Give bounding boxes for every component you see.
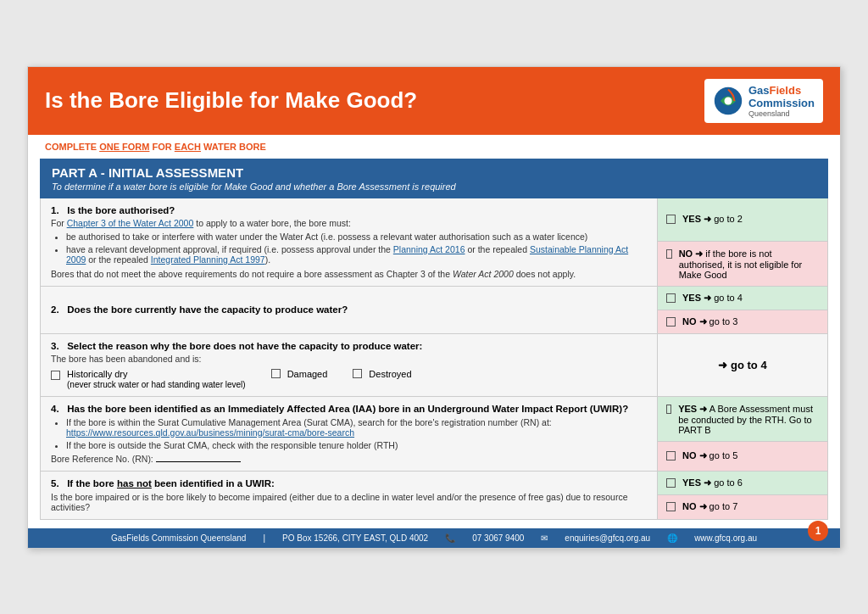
q4-bullet-1: If the bore is within the Surat Cumulati…	[66, 417, 647, 438]
q1-bullet-1: be authorised to take or interfere with …	[66, 232, 647, 242]
q5-no-checkbox[interactable]	[666, 502, 676, 511]
q2-yes-checkbox[interactable]	[666, 293, 676, 303]
bore-ref-blank[interactable]	[156, 461, 241, 462]
q1-link[interactable]: Chapter 3 of the Water Act 2000	[67, 218, 194, 228]
question-5-right: YES ➜ go to 6 NO ➜ go to 7	[658, 472, 827, 519]
q5-text: 5. If the bore has not been identified i…	[51, 478, 647, 488]
footer-email: enquiries@gfcq.org.au	[565, 533, 650, 543]
question-2-right: YES ➜ go to 4 NO ➜ go to 3	[658, 287, 827, 333]
q1-yes-box: YES ➜ go to 2	[658, 198, 827, 242]
question-1-right: YES ➜ go to 2 NO ➜ if the bore is not au…	[658, 198, 827, 286]
q4-list: If the bore is within the Surat Cumulati…	[51, 417, 647, 450]
question-1-left: 1. Is the bore authorised? For Chapter 3…	[41, 198, 658, 286]
subheader: COMPLETE ONE FORM FOR EACH WATER BORE	[28, 135, 840, 159]
q1-no-checkbox[interactable]	[666, 249, 672, 259]
question-2-left: 2. Does the bore currently have the capa…	[41, 287, 658, 333]
q4-bore-ref: Bore Reference No. (RN):	[51, 454, 647, 464]
gasfields-logo-icon	[713, 86, 743, 116]
page-title: Is the Bore Eligible for Make Good?	[45, 87, 417, 114]
q4-yes-label: YES ➜ A Bore Assessment must be conducte…	[678, 404, 819, 435]
q4-bullet-2: If the bore is outside the Surat CMA, ch…	[66, 440, 647, 450]
q3-goto: ➜ go to 4	[718, 359, 766, 371]
main-content: 1. Is the bore authorised? For Chapter 3…	[40, 198, 828, 520]
q3-option-damaged: Damaged	[271, 369, 328, 379]
footer-po: PO Box 15266, CITY EAST, QLD 4002	[282, 533, 428, 543]
footer-web: www.gfcq.org.au	[694, 533, 757, 543]
q3-option-destroyed: Destroyed	[353, 369, 411, 379]
q3-option-dry: Historically dry(never struck water or h…	[51, 369, 246, 389]
footer: GasFields Commission Queensland | PO Box…	[28, 528, 840, 548]
q1-desc: For Chapter 3 of the Water Act 2000 to a…	[51, 218, 647, 228]
q4-link[interactable]: https://www.resources.qld.gov.au/busines…	[66, 427, 354, 438]
question-1-text: 1. Is the bore authorised?	[51, 205, 647, 215]
page-number: 1	[808, 521, 828, 541]
q4-no-checkbox[interactable]	[666, 451, 676, 460]
q2-no-box: NO ➜ go to 3	[658, 310, 827, 333]
question-5-left: 5. If the bore has not been identified i…	[41, 472, 658, 519]
q1-no-label: NO ➜ if the bore is not authorised, it i…	[679, 248, 819, 280]
q5-desc: Is the bore impaired or is the bore like…	[51, 492, 647, 512]
part-a-subtitle: To determine if a water bore is eligible…	[52, 181, 816, 192]
part-a-header: PART A - INITIAL ASSESSMENT To determine…	[40, 159, 828, 198]
q2-yes-label: YES ➜ go to 4	[682, 293, 743, 304]
q3-text: 3. Select the reason why the bore does n…	[51, 341, 647, 351]
logo-box: GasFields Commission Queensland	[704, 79, 823, 123]
q5-no-box: NO ➜ go to 7	[658, 495, 827, 519]
page: Is the Bore Eligible for Make Good? GasF…	[27, 66, 841, 549]
q4-text: 4. Has the bore been identified as an Im…	[51, 404, 647, 414]
q4-yes-box: YES ➜ A Bore Assessment must be conducte…	[658, 397, 827, 442]
q2-no-checkbox[interactable]	[666, 317, 676, 327]
footer-phone: 07 3067 9400	[472, 533, 524, 543]
q1-yes-label: YES ➜ go to 2	[682, 214, 743, 225]
question-4-row: 4. Has the bore been identified as an Im…	[41, 397, 827, 472]
q3-damaged-label: Damaged	[287, 369, 328, 379]
q5-no-label: NO ➜ go to 7	[682, 501, 737, 512]
question-2-text: 2. Does the bore currently have the capa…	[51, 304, 348, 315]
question-3-row: 3. Select the reason why the bore does n…	[41, 334, 827, 397]
q1-bullet-2: have a relevant development approval, if…	[66, 244, 647, 265]
q3-dry-checkbox[interactable]	[51, 371, 60, 380]
q5-yes-checkbox[interactable]	[666, 478, 676, 488]
q1-link2[interactable]: Planning Act 2016	[393, 244, 465, 254]
subheader-text: COMPLETE ONE FORM FOR EACH WATER BORE	[45, 142, 266, 152]
question-4-right: YES ➜ A Bore Assessment must be conducte…	[658, 397, 827, 471]
question-1-row: 1. Is the bore authorised? For Chapter 3…	[41, 198, 827, 287]
q2-yes-box: YES ➜ go to 4	[658, 287, 827, 310]
q1-no-box: NO ➜ if the bore is not authorised, it i…	[658, 242, 827, 286]
q3-damaged-checkbox[interactable]	[271, 369, 281, 378]
q3-destroyed-checkbox[interactable]	[353, 369, 362, 378]
part-a-title: PART A - INITIAL ASSESSMENT	[52, 165, 816, 180]
question-3-right: ➜ go to 4	[658, 334, 827, 396]
q1-link4[interactable]: Integrated Planning Act 1997	[151, 254, 265, 265]
q3-dry-label: Historically dry(never struck water or h…	[67, 369, 246, 389]
q1-list: be authorised to take or interfere with …	[51, 232, 647, 265]
q1-note: Bores that do not meet the above require…	[51, 269, 647, 279]
logo-text: GasFields Commission Queensland	[748, 84, 815, 118]
q3-options: Historically dry(never struck water or h…	[51, 369, 647, 389]
q1-number: 1.	[51, 205, 64, 215]
q4-no-box: NO ➜ go to 5	[658, 442, 827, 471]
question-5-row: 5. If the bore has not been identified i…	[41, 472, 827, 519]
q5-yes-label: YES ➜ go to 6	[682, 477, 743, 488]
header: Is the Bore Eligible for Make Good? GasF…	[28, 67, 840, 135]
question-2-row: 2. Does the bore currently have the capa…	[41, 287, 827, 334]
q4-no-label: NO ➜ go to 5	[682, 450, 737, 461]
q1-label: Is the bore authorised?	[67, 205, 175, 215]
q2-no-label: NO ➜ go to 3	[682, 316, 737, 327]
q4-yes-checkbox[interactable]	[666, 405, 671, 414]
svg-point-1	[724, 97, 732, 104]
question-3-left: 3. Select the reason why the bore does n…	[41, 334, 658, 396]
q5-yes-box: YES ➜ go to 6	[658, 472, 827, 496]
footer-org: GasFields Commission Queensland	[111, 533, 247, 543]
q3-destroyed-label: Destroyed	[369, 369, 411, 379]
question-4-left: 4. Has the bore been identified as an Im…	[41, 397, 658, 471]
q1-yes-checkbox[interactable]	[666, 215, 676, 224]
q3-sub: The bore has been abandoned and is:	[51, 354, 647, 364]
